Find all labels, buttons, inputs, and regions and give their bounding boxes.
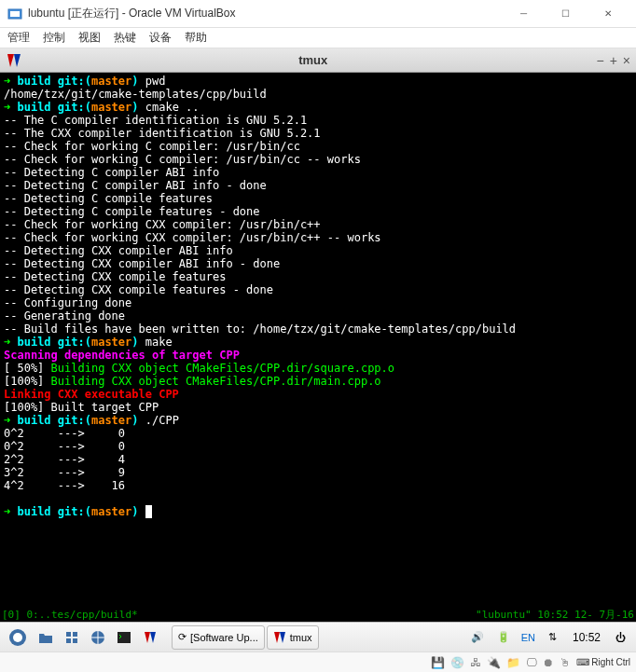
taskbar-item-software-updater[interactable]: ⟳ [Software Up... [172, 625, 265, 650]
prompt-arrow: ➜ [4, 336, 17, 349]
globe-icon [90, 630, 105, 645]
tmux-status-right: "lubuntu" 10:52 12- 7月-16 [476, 608, 634, 622]
optical-icon[interactable]: 💿 [450, 656, 464, 669]
scan-deps: Scanning dependencies of target CPP [4, 349, 240, 362]
usb-icon[interactable]: 🔌 [487, 656, 501, 669]
tmux-maximize-icon[interactable]: + [610, 53, 617, 68]
folder-icon [38, 630, 53, 645]
cmake-line: -- The C compiler identification is GNU … [4, 114, 307, 127]
prompt-arrow: ➜ [4, 414, 17, 427]
app-launcher[interactable] [138, 625, 162, 650]
tmux-close-icon[interactable]: × [623, 53, 630, 68]
tmux-statusbar: [0] 0:..tes/cpp/build* "lubuntu" 10:52 1… [0, 607, 636, 622]
browser-button[interactable] [86, 625, 110, 650]
taskbar-clock[interactable]: 10:52 [567, 631, 606, 644]
cmake-line: -- Generating done [4, 309, 125, 322]
build-pct: [ 50%] [4, 362, 51, 375]
pwd-output: /home/tzx/git/cmake-templates/cpp/build [4, 88, 267, 101]
terminal-launcher[interactable] [112, 625, 136, 650]
prompt-git: git:( [51, 336, 91, 349]
build-line: Building CXX object CMakeFiles/CPP.dir/s… [51, 362, 394, 375]
file-manager-button[interactable] [34, 625, 58, 650]
cmake-line: -- Check for working CXX compiler: /usr/… [4, 218, 321, 231]
vbox-icon [7, 7, 22, 21]
prompt-arrow: ➜ [4, 505, 17, 518]
cmake-line: -- Detecting CXX compiler ABI info - don… [4, 257, 280, 270]
vbox-title: lubuntu [正在运行] - Oracle VM VirtualBox [28, 6, 503, 21]
prompt-dir: build [17, 336, 50, 349]
svg-rect-9 [118, 632, 131, 643]
prompt-close: ) [131, 336, 138, 349]
menu-manage[interactable]: 管理 [7, 30, 30, 46]
battery-icon[interactable]: 🔋 [491, 625, 516, 650]
prompt-branch: master [91, 75, 131, 88]
prompt-arrow: ➜ [4, 101, 17, 114]
prompt-branch: master [91, 336, 131, 349]
hdd-icon[interactable]: 💾 [431, 656, 445, 669]
prog-output: 0^2 ---> 0 [4, 440, 125, 453]
logout-icon[interactable]: ⏻ [608, 625, 632, 650]
shared-folder-icon[interactable]: 📁 [506, 656, 520, 669]
menu-view[interactable]: 视图 [78, 30, 101, 46]
maximize-button[interactable]: ☐ [545, 1, 587, 27]
tmux-window-titlebar[interactable]: tmux − + × [0, 48, 636, 73]
cmd-run: ./CPP [139, 414, 179, 427]
tmux-minimize-icon[interactable]: − [596, 53, 603, 68]
prompt-close: ) [131, 101, 138, 114]
start-menu-button[interactable] [4, 625, 32, 650]
desktop-icon [64, 630, 79, 645]
host-key-label: ⌨ Right Ctrl [576, 657, 630, 667]
svg-rect-4 [66, 632, 71, 637]
window-controls: ─ ☐ ✕ [503, 1, 629, 27]
menu-devices[interactable]: 设备 [149, 30, 172, 46]
cmd-make: make [139, 336, 173, 349]
prog-output: 0^2 ---> 0 [4, 427, 125, 440]
lubuntu-taskbar: ⟳ [Software Up... tmux 🔊 🔋 EN ⇅ 10:52 ⏻ [0, 622, 636, 651]
menu-help[interactable]: 帮助 [185, 30, 207, 46]
network-status-icon[interactable]: 🖧 [470, 656, 481, 669]
mouse-integration-icon[interactable]: 🖱 [560, 656, 571, 669]
svg-point-3 [13, 633, 22, 642]
prompt-git: git:( [51, 414, 91, 427]
keyboard-layout-indicator[interactable]: EN [518, 632, 539, 643]
taskbar-item-tmux[interactable]: tmux [267, 625, 319, 650]
prompt-dir: build [17, 101, 50, 114]
prompt-branch: master [91, 414, 131, 427]
task-label: [Software Up... [190, 632, 258, 643]
show-desktop-button[interactable] [60, 625, 84, 650]
svg-rect-7 [73, 638, 77, 643]
prog-output: 2^2 ---> 4 [4, 453, 125, 466]
built-line: [100%] Built target CPP [4, 401, 159, 414]
terminal-content[interactable]: ➜ build git:(master) pwd /home/tzx/git/c… [0, 73, 636, 607]
tmux-title: tmux [30, 53, 596, 67]
prompt-close: ) [131, 75, 138, 88]
volume-icon[interactable]: 🔊 [465, 625, 490, 650]
prog-output: 4^2 ---> 16 [4, 479, 125, 492]
virtualbox-window: lubuntu [正在运行] - Oracle VM VirtualBox ─ … [0, 0, 636, 672]
display-icon[interactable]: 🖵 [526, 656, 537, 669]
svg-rect-5 [73, 632, 77, 637]
menu-control[interactable]: 控制 [43, 30, 65, 46]
cmake-line: -- Detecting C compile features - done [4, 205, 260, 218]
x-app-icon [143, 630, 158, 645]
tmux-status-left: [0] 0:..tes/cpp/build* [2, 609, 138, 621]
vbox-titlebar: lubuntu [正在运行] - Oracle VM VirtualBox ─ … [0, 0, 636, 28]
svg-rect-1 [10, 11, 20, 17]
terminal-icon [117, 630, 131, 645]
prompt-git: git:( [51, 505, 91, 518]
network-icon[interactable]: ⇅ [541, 625, 565, 650]
svg-rect-6 [66, 638, 71, 643]
cmake-line: -- The CXX compiler identification is GN… [4, 127, 321, 140]
prompt-dir: build [17, 505, 50, 518]
minimize-button[interactable]: ─ [503, 1, 545, 27]
menu-hotkey[interactable]: 热键 [114, 30, 136, 46]
recording-icon[interactable]: ⏺ [543, 656, 554, 669]
cmake-line: -- Build files have been written to: /ho… [4, 322, 516, 336]
build-line: Building CXX object CMakeFiles/CPP.dir/m… [51, 375, 381, 388]
cmake-line: -- Check for working C compiler: /usr/bi… [4, 140, 300, 153]
prompt-branch: master [91, 505, 131, 518]
prog-output: 3^2 ---> 9 [4, 466, 125, 479]
cmake-line: -- Detecting CXX compile features [4, 270, 226, 283]
close-button[interactable]: ✕ [587, 1, 629, 27]
guest-screen: tmux − + × ➜ build git:(master) pwd /hom… [0, 48, 636, 651]
